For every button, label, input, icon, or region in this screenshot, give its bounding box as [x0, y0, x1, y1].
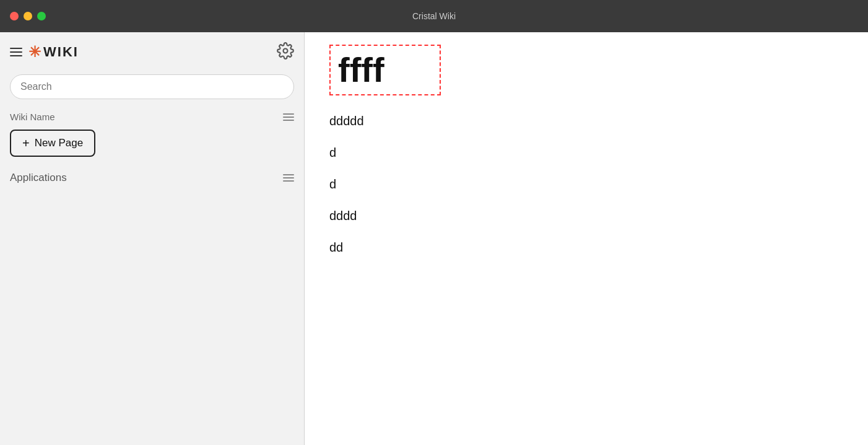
paragraph-3: d	[329, 177, 843, 192]
svg-point-0	[284, 49, 288, 53]
wiki-name-section-header: Wiki Name	[10, 112, 294, 122]
titlebar: Cristal Wiki	[0, 0, 868, 32]
main-layout: ✳ WIKI Wiki Name + Ne	[0, 32, 868, 445]
paragraph-1: ddddd	[329, 114, 843, 128]
hamburger-icon[interactable]	[10, 48, 22, 56]
logo-text: WIKI	[43, 44, 79, 60]
new-page-button[interactable]: + New Page	[10, 130, 95, 157]
minimize-button[interactable]	[24, 12, 32, 20]
plus-icon: +	[22, 137, 30, 149]
window-controls	[10, 12, 46, 20]
new-page-label: New Page	[35, 137, 83, 149]
applications-section: Applications	[10, 172, 294, 184]
title-block[interactable]: ffff	[329, 45, 441, 95]
search-input[interactable]	[10, 74, 294, 99]
paragraph-4: dddd	[329, 209, 843, 223]
search-container	[10, 74, 294, 99]
paragraph-5: dd	[329, 240, 843, 255]
applications-label: Applications	[10, 172, 67, 184]
logo-asterisk-icon: ✳	[28, 45, 41, 59]
wiki-name-menu-icon[interactable]	[283, 113, 294, 121]
sidebar: ✳ WIKI Wiki Name + Ne	[0, 32, 305, 445]
close-button[interactable]	[10, 12, 19, 20]
content-body: ddddd d d dddd dd	[329, 114, 843, 255]
applications-menu-icon[interactable]	[283, 174, 294, 182]
titlebar-title: Cristal Wiki	[412, 11, 456, 21]
page-title: ffff	[338, 50, 384, 89]
sidebar-header: ✳ WIKI	[10, 42, 294, 62]
maximize-button[interactable]	[37, 12, 46, 20]
gear-icon[interactable]	[277, 42, 294, 62]
paragraph-2: d	[329, 146, 843, 160]
wiki-name-label: Wiki Name	[10, 112, 55, 122]
content-area: ffff ddddd d d dddd dd	[305, 32, 868, 445]
logo: ✳ WIKI	[28, 44, 79, 60]
sidebar-header-left: ✳ WIKI	[10, 44, 79, 60]
